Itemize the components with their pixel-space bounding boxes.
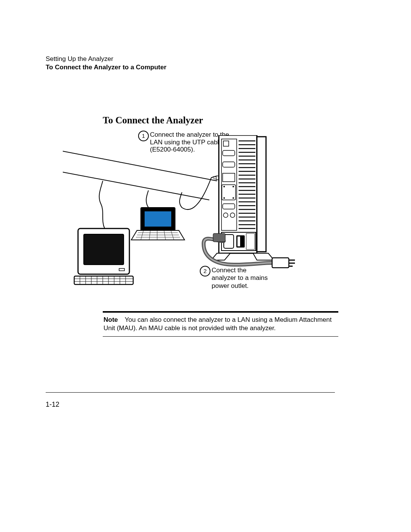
svg-rect-6 <box>119 268 124 271</box>
step-2-number: 2 <box>200 266 210 276</box>
svg-rect-66 <box>223 204 235 209</box>
svg-rect-73 <box>246 233 255 249</box>
footer-rule <box>46 392 335 393</box>
svg-rect-59 <box>223 162 235 167</box>
svg-point-64 <box>223 197 225 199</box>
svg-point-67 <box>223 213 228 217</box>
svg-rect-77 <box>272 258 289 268</box>
svg-rect-58 <box>223 150 235 156</box>
svg-rect-57 <box>223 141 229 146</box>
svg-line-1 <box>63 171 209 200</box>
section-title: To Connect the Analyzer <box>103 115 203 126</box>
note-label: Note <box>104 316 125 323</box>
svg-rect-3 <box>214 177 216 179</box>
svg-rect-20 <box>145 211 171 227</box>
svg-point-68 <box>230 213 235 217</box>
step-2-text: Connect the analyzer to a mains power ou… <box>212 267 272 290</box>
note-box: NoteYou can also connect the analyzer to… <box>103 311 338 337</box>
svg-marker-21 <box>131 230 185 240</box>
svg-rect-5 <box>84 234 124 265</box>
note-text: You can also connect the analyzer to a L… <box>104 316 331 332</box>
svg-point-63 <box>233 186 234 187</box>
svg-rect-31 <box>257 137 266 252</box>
svg-point-65 <box>233 197 234 199</box>
svg-rect-72 <box>237 236 240 246</box>
svg-rect-7 <box>74 276 133 284</box>
page-number: 1-12 <box>46 401 59 409</box>
svg-rect-76 <box>213 233 225 242</box>
svg-point-62 <box>223 186 225 187</box>
laptop-icon <box>131 208 185 240</box>
desktop-computer-icon <box>74 228 133 284</box>
svg-rect-60 <box>223 173 235 182</box>
running-head-section: To Connect the Analyzer to a Computer <box>46 64 166 71</box>
svg-marker-75 <box>253 253 274 260</box>
running-head-chapter: Setting Up the Analyzer <box>46 55 113 63</box>
